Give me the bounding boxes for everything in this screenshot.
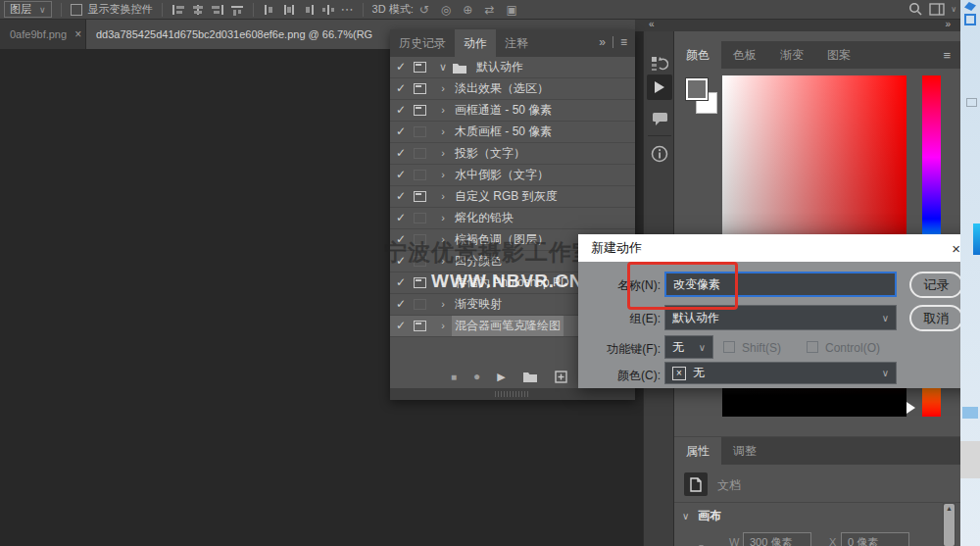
foreground-color-swatch[interactable]: [686, 78, 708, 100]
color-select[interactable]: × 无 ∨: [664, 362, 897, 384]
collapse-dock-icon[interactable]: »: [945, 19, 951, 29]
item-check-icon[interactable]: ✓: [390, 78, 412, 99]
dialog-toggle-icon[interactable]: [414, 83, 426, 94]
panel-menu-icon[interactable]: ≡: [943, 48, 951, 63]
expand-chevron-icon[interactable]: ›: [434, 78, 452, 99]
action-row[interactable]: ✓ › 熔化的铅块: [390, 208, 635, 229]
canvas-section-header[interactable]: ∨ 画布: [682, 508, 721, 524]
record-button[interactable]: 记录: [909, 272, 963, 298]
dialog-toggle-icon[interactable]: [414, 105, 426, 116]
dialog-toggle-icon[interactable]: [414, 170, 426, 180]
stop-button[interactable]: ■: [451, 372, 457, 382]
expand-dock-icon[interactable]: «: [649, 19, 655, 29]
3d-scale-icon[interactable]: ▣: [506, 3, 516, 17]
function-key-select[interactable]: 无 ∨: [664, 335, 713, 359]
dialog-toggle-icon[interactable]: [414, 277, 426, 288]
item-check-icon[interactable]: ✓: [390, 143, 412, 164]
expand-chevron-icon[interactable]: ›: [434, 122, 452, 142]
notes-panel-icon[interactable]: [647, 106, 672, 131]
action-row[interactable]: ✓ › 水中倒影（文字）: [390, 165, 635, 186]
more-options-icon[interactable]: ⋯: [341, 2, 354, 17]
workspace-icon[interactable]: [929, 3, 945, 16]
tab-patterns[interactable]: 图案: [815, 41, 862, 69]
dialog-toggle-icon[interactable]: [414, 213, 426, 223]
3d-roll-icon[interactable]: ◎: [441, 3, 451, 17]
item-check-icon[interactable]: ✓: [390, 100, 412, 121]
document-tab-inactive[interactable]: 0afe9bf.png ×: [0, 20, 86, 49]
align-top-icon[interactable]: [230, 4, 244, 16]
scrollbar-thumb[interactable]: ▲: [944, 504, 955, 546]
action-row[interactable]: ✓ › 淡出效果（选区）: [390, 78, 635, 100]
expand-chevron-icon[interactable]: ›: [434, 165, 452, 185]
dialog-toggle-icon[interactable]: [414, 62, 426, 73]
dialog-toggle-icon[interactable]: [414, 321, 426, 331]
action-row[interactable]: ✓ ∨ 默认动作: [390, 57, 635, 78]
action-row[interactable]: ✓ › 画框通道 - 50 像素: [390, 100, 635, 122]
panel-collapse-icon[interactable]: »: [599, 35, 606, 49]
expand-chevron-icon[interactable]: ›: [434, 186, 452, 207]
expand-chevron-icon[interactable]: ›: [434, 316, 452, 336]
tab-properties[interactable]: 属性: [674, 437, 721, 465]
control-checkbox[interactable]: [807, 341, 818, 353]
chevron-down-icon[interactable]: ∨: [951, 5, 956, 14]
distribute-gap-icon[interactable]: [321, 4, 335, 16]
panel-resize-grip[interactable]: [390, 388, 635, 400]
new-set-button[interactable]: [522, 371, 538, 382]
play-button[interactable]: ▶: [497, 371, 505, 383]
panel-menu-icon[interactable]: ≡: [620, 35, 627, 49]
actions-panel-icon[interactable]: [647, 74, 672, 100]
item-check-icon[interactable]: ✓: [390, 316, 412, 336]
close-icon[interactable]: ×: [74, 27, 81, 41]
align-left-icon[interactable]: [172, 4, 185, 16]
dialog-toggle-icon[interactable]: [414, 191, 426, 202]
new-action-button[interactable]: [555, 371, 567, 383]
width-field[interactable]: 300 像素: [743, 532, 811, 546]
item-check-icon[interactable]: ✓: [390, 273, 412, 293]
tab-adjustments[interactable]: 调整: [721, 437, 768, 465]
align-right-icon[interactable]: [211, 4, 224, 16]
distribute-right-icon[interactable]: [302, 4, 316, 16]
cancel-button[interactable]: 取消: [909, 305, 963, 331]
scrollbar[interactable]: ▲: [943, 502, 956, 546]
tab-color[interactable]: 颜色: [674, 41, 721, 69]
action-row[interactable]: ✓ › 投影（文字）: [390, 143, 635, 165]
tab-history[interactable]: 历史记录: [390, 29, 455, 57]
shift-checkbox[interactable]: [723, 341, 735, 353]
align-center-icon[interactable]: [191, 4, 205, 16]
3d-slide-icon[interactable]: ⇄: [484, 3, 494, 17]
x-field[interactable]: 0 像素: [841, 532, 909, 546]
item-check-icon[interactable]: ✓: [390, 165, 412, 185]
tab-actions[interactable]: 动作: [455, 29, 496, 57]
record-button[interactable]: ●: [473, 370, 480, 383]
dialog-title-bar[interactable]: 新建动作 ×: [578, 234, 973, 262]
action-row[interactable]: ✓ › 木质画框 - 50 像素: [390, 122, 635, 143]
no-color-icon: ×: [672, 367, 686, 380]
info-panel-icon[interactable]: [647, 141, 672, 167]
item-check-icon[interactable]: ✓: [390, 186, 412, 207]
expand-chevron-icon[interactable]: ›: [434, 208, 452, 228]
expand-chevron-icon[interactable]: ∨: [434, 57, 452, 77]
search-icon[interactable]: [908, 2, 923, 17]
item-check-icon[interactable]: ✓: [390, 208, 412, 228]
3d-drag-icon[interactable]: ⊕: [463, 3, 472, 17]
expand-chevron-icon[interactable]: ›: [434, 100, 452, 121]
tab-gradients[interactable]: 渐变: [768, 41, 815, 69]
item-check-icon[interactable]: ✓: [390, 57, 412, 77]
expand-chevron-icon[interactable]: ›: [434, 143, 452, 164]
distribute-center-icon[interactable]: [282, 4, 296, 16]
item-check-icon[interactable]: ✓: [390, 122, 412, 142]
3d-rotate-icon[interactable]: ↺: [419, 3, 429, 17]
tab-notes[interactable]: 注释: [496, 29, 537, 57]
dialog-toggle-icon[interactable]: [414, 299, 426, 310]
history-panel-icon[interactable]: [647, 51, 672, 76]
show-transform-checkbox[interactable]: [71, 4, 82, 16]
action-row[interactable]: ✓ › 自定义 RGB 到灰度: [390, 186, 635, 208]
item-check-icon[interactable]: ✓: [390, 294, 412, 315]
dialog-toggle-icon[interactable]: [414, 148, 426, 159]
distribute-left-icon[interactable]: [263, 4, 276, 16]
dialog-toggle-icon[interactable]: [414, 126, 426, 137]
tab-swatches[interactable]: 色板: [721, 41, 768, 69]
layers-dropdown[interactable]: 图层 ∨: [4, 1, 52, 18]
close-icon[interactable]: ×: [952, 240, 960, 257]
expand-chevron-icon[interactable]: ›: [434, 294, 452, 315]
